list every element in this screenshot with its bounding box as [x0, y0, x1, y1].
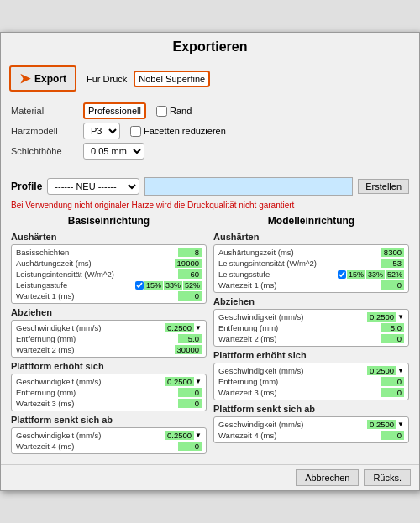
basis-abz-geschwindigkeit-chevron[interactable]: ▼: [195, 324, 202, 332]
modell-senkt-wartezeit4-row: Wartezeit 4 (ms) 0: [218, 431, 404, 440]
basis-abz-wartezeit2-row: Wartezeit 2 (ms) 30000: [16, 345, 202, 354]
modell-leistung-check[interactable]: [338, 270, 346, 279]
basis-aushaerten-box: Basisschichten 8 Aushärtungszeit (ms) 19…: [11, 244, 207, 304]
ruecks-button[interactable]: Rücks.: [364, 469, 411, 486]
basis-wartezeit1-key: Wartezeit 1 (ms): [16, 291, 178, 301]
basis-abz-entfernung-key: Entfernung (mm): [16, 334, 178, 343]
modell-pct2: 33%: [366, 270, 385, 279]
modell-abz-wartezeit2-row: Wartezeit 2 (ms) 0: [218, 334, 404, 343]
modell-senkt-geschwindigkeit-row: Geschwindigkeit (mm/s) 0.2500 ▼: [218, 420, 404, 429]
divider1: [11, 170, 409, 170]
top-bar: ➤ Export Für Druck Nobel Superfine: [1, 60, 419, 97]
schichthoehe-row: Schichthöhe 0.05 mm: [11, 143, 409, 160]
basis-abz-wartezeit2-key: Wartezeit 2 (ms): [16, 345, 175, 354]
basis-aushaertungszeit-val: 19000: [175, 259, 202, 268]
warning-text: Bei Verwendung nicht originaler Harze wi…: [1, 201, 419, 215]
harzmodell-select[interactable]: P3: [83, 123, 120, 139]
basis-senkt-geschwindigkeit-key: Geschwindigkeit (mm/s): [16, 431, 165, 440]
basis-senkt-chevron[interactable]: ▼: [195, 431, 202, 439]
facetten-label: Facetten reduzieren: [144, 126, 226, 136]
basis-hoch-wartezeit3-val: 0: [178, 399, 202, 408]
modell-aushaertungszeit-key: Aushärtungszeit (ms): [218, 248, 381, 257]
basis-plattform-senkt-box: Geschwindigkeit (mm/s) 0.2500 ▼ Wartezei…: [11, 427, 207, 454]
material-row: Material Professionell Rand: [11, 102, 409, 119]
profile-section: Profile ------ NEU ------ Erstellen: [1, 172, 419, 201]
modell-abz-entfernung-val: 5.0: [381, 323, 404, 332]
basis-hoch-entfernung-row: Entfernung (mm) 0: [16, 388, 202, 397]
profile-label: Profile: [11, 180, 42, 192]
basis-senkt-wartezeit4-key: Wartezeit 4 (ms): [16, 442, 178, 451]
modell-hoch-geschwindigkeit-row: Geschwindigkeit (mm/s) 0.2500 ▼: [218, 366, 404, 375]
basis-plattform-hoch-box: Geschwindigkeit (mm/s) 0.2500 ▼ Entfernu…: [11, 374, 207, 411]
modell-leistungsstufe-key: Leistungsstufe: [218, 269, 338, 279]
facetten-checkbox-label[interactable]: Facetten reduzieren: [130, 126, 226, 137]
modell-column: Modelleinrichtung Aushärten Aushärtungsz…: [210, 215, 412, 458]
basis-abz-wartezeit2-val: 30000: [175, 345, 202, 354]
rand-checkbox-label[interactable]: Rand: [156, 106, 192, 117]
material-select[interactable]: Professionell: [83, 102, 146, 119]
modell-hoch-wartezeit3-key: Wartezeit 3 (ms): [218, 388, 381, 397]
basis-plattform-hoch-label: Plattform erhöht sich: [11, 361, 207, 371]
basis-abz-geschwindigkeit-key: Geschwindigkeit (mm/s): [16, 323, 165, 332]
modell-abz-chevron[interactable]: ▼: [397, 313, 404, 321]
basis-hoch-wartezeit3-row: Wartezeit 3 (ms) 0: [16, 399, 202, 408]
basis-aushaertungszeit-key: Aushärtungszeit (ms): [16, 259, 175, 268]
modell-plattform-senkt-box: Geschwindigkeit (mm/s) 0.2500 ▼ Wartezei…: [213, 416, 409, 443]
modell-senkt-wartezeit4-key: Wartezeit 4 (ms): [218, 431, 381, 440]
modell-hoch-entfernung-row: Entfernung (mm) 0: [218, 377, 404, 386]
basis-pct1: 15%: [144, 281, 163, 290]
printer-select[interactable]: Nobel Superfine: [134, 71, 210, 87]
modell-hoch-entfernung-val: 0: [381, 377, 404, 386]
modell-senkt-geschwindigkeit-key: Geschwindigkeit (mm/s): [218, 420, 367, 429]
modell-wartezeit1-val: 0: [381, 280, 404, 290]
basis-senkt-wartezeit4-val: 0: [178, 442, 202, 451]
basis-wartezeit1-row: Wartezeit 1 (ms) 0: [16, 291, 202, 301]
modell-leistung-pct: 15% 33% 52%: [338, 270, 404, 279]
erstellen-button[interactable]: Erstellen: [358, 179, 409, 194]
modell-senkt-chevron[interactable]: ▼: [397, 421, 404, 428]
schichthoehe-select[interactable]: 0.05 mm: [83, 143, 144, 160]
basis-leistung-check[interactable]: [135, 281, 144, 290]
modell-senkt-wartezeit4-val: 0: [381, 431, 404, 440]
modell-title: Modelleinrichtung: [213, 215, 409, 227]
modell-hoch-geschwindigkeit-val: 0.2500: [367, 366, 396, 375]
basis-pct3: 52%: [183, 281, 202, 290]
basis-hoch-entfernung-key: Entfernung (mm): [16, 388, 178, 397]
bottom-bar: Abbrechen Rücks.: [1, 464, 419, 490]
basis-title: Basiseinrichtung: [11, 215, 207, 227]
basis-basisschichten-row: Basisschichten 8: [16, 248, 202, 257]
modell-abz-geschwindigkeit-val: 0.2500: [367, 312, 396, 322]
rand-checkbox[interactable]: [156, 106, 167, 117]
export-arrow-icon: ➤: [19, 71, 30, 86]
profile-select[interactable]: ------ NEU ------: [47, 178, 139, 195]
modell-aushaertungszeit-row: Aushärtungszeit (ms) 8300: [218, 248, 404, 257]
facetten-checkbox[interactable]: [130, 126, 141, 137]
basis-leistungsintensitaet-key: Leistungsintensität (W/m^2): [16, 269, 178, 279]
basis-basisschichten-val: 8: [178, 248, 202, 257]
modell-hoch-geschwindigkeit-key: Geschwindigkeit (mm/s): [218, 366, 367, 375]
fur-druck-label: Für Druck: [87, 74, 127, 84]
basis-hoch-geschwindigkeit-val: 0.2500: [165, 377, 194, 386]
modell-aushaerten-label: Aushärten: [213, 232, 409, 242]
profile-input[interactable]: [144, 177, 353, 196]
modell-hoch-chevron[interactable]: ▼: [397, 367, 404, 374]
export-button-label: Export: [34, 73, 66, 85]
modell-leistungsintensitaet-val: 53: [381, 259, 404, 268]
rand-label: Rand: [170, 106, 192, 116]
export-button[interactable]: ➤ Export: [9, 65, 76, 92]
basis-leistungsintensitaet-row: Leistungsintensität (W/m^2) 60: [16, 269, 202, 279]
modell-wartezeit1-row: Wartezeit 1 (ms) 0: [218, 280, 404, 290]
basis-hoch-geschwindigkeit-key: Geschwindigkeit (mm/s): [16, 377, 165, 386]
basis-hoch-chevron[interactable]: ▼: [195, 378, 202, 385]
material-label: Material: [11, 106, 78, 116]
basis-abz-entfernung-row: Entfernung (mm) 5.0: [16, 334, 202, 343]
abbrechen-button[interactable]: Abbrechen: [296, 469, 359, 486]
modell-hoch-entfernung-key: Entfernung (mm): [218, 377, 381, 386]
modell-plattform-hoch-box: Geschwindigkeit (mm/s) 0.2500 ▼ Entfernu…: [213, 363, 409, 400]
basis-aushaerten-label: Aushärten: [11, 232, 207, 242]
modell-wartezeit1-key: Wartezeit 1 (ms): [218, 280, 381, 290]
modell-leistungsstufe-row: Leistungsstufe 15% 33% 52%: [218, 269, 404, 279]
harzmodell-row: Harzmodell P3 Facetten reduzieren: [11, 123, 409, 139]
modell-hoch-wartezeit3-val: 0: [381, 388, 404, 397]
basis-hoch-wartezeit3-key: Wartezeit 3 (ms): [16, 399, 178, 408]
